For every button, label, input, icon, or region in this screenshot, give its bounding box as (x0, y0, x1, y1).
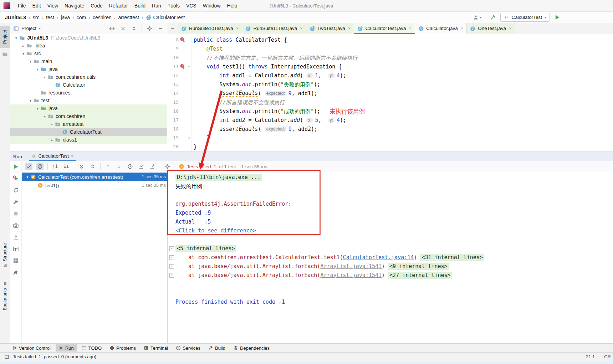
gear-button[interactable] (164, 163, 171, 170)
menu-item-edit[interactable]: Edit (29, 0, 44, 11)
expand-all-button[interactable] (119, 25, 127, 32)
check-button[interactable] (25, 163, 32, 170)
code-line[interactable]: 9 @Test (167, 44, 613, 53)
tree-item-junit5l3[interactable]: ▾JUnit5L3F:\JavaCode\JUnit5L3 (10, 34, 167, 42)
tree-expander-icon[interactable]: ▾ (27, 99, 34, 103)
tree-item-test[interactable]: ▾test (10, 97, 167, 104)
sort-az-button[interactable]: az (52, 163, 59, 170)
rerun-failed-button[interactable] (12, 175, 20, 182)
hide-icon[interactable] (170, 26, 175, 31)
breadcrumb-item[interactable]: test (46, 15, 54, 20)
console-link[interactable]: <Click to see difference> (175, 227, 256, 234)
console-link[interactable]: ArrayList.java:1541 (320, 263, 382, 270)
clock-button[interactable] (127, 163, 134, 170)
code-line[interactable]: 15 //断言错误后不会继续执行 (167, 98, 613, 107)
menu-item-build[interactable]: Build (131, 0, 149, 11)
play-button[interactable] (12, 163, 20, 170)
code-line[interactable]: 18 assertEquals( expected:9, add2); (167, 124, 613, 133)
tree-item-com-ceshiren-utils[interactable]: ▾com.ceshiren.utils (10, 73, 167, 81)
locate-button[interactable] (108, 25, 116, 32)
run-test-gutter[interactable] (179, 64, 187, 69)
close-icon[interactable]: × (509, 26, 512, 31)
tree-item-calculator[interactable]: CCalculator (10, 81, 167, 89)
tree-item-arresttest[interactable]: ▾arresttest (10, 120, 167, 128)
test-result-row[interactable]: test1()1 sec 35 ms (22, 181, 167, 190)
code-editor[interactable]: 8public class CalculatorTest {9 @Test10 … (167, 34, 613, 152)
minus-button[interactable] (157, 25, 164, 32)
code-line[interactable]: 11 void test1() throws InterruptedExcept… (167, 62, 613, 71)
breadcrumb-item[interactable]: arresttest (118, 15, 139, 20)
fold-expand-icon[interactable]: + (169, 246, 174, 251)
fold-expand-icon[interactable]: + (169, 255, 174, 260)
menu-item-view[interactable]: View (44, 0, 61, 11)
tool-window-button-run[interactable]: Run (56, 344, 77, 352)
tree-item-resources[interactable]: resources (10, 89, 167, 97)
build-hammer-icon[interactable] (490, 15, 496, 20)
chevron-down-icon[interactable]: ▾ (39, 26, 41, 30)
tree-item-java[interactable]: ▾java (10, 65, 167, 73)
tree-item-class1[interactable]: ▸class1 (10, 136, 167, 144)
tree-item-java[interactable]: ▾java (10, 104, 167, 112)
tree-expander-icon[interactable]: ▾ (42, 114, 48, 118)
test-result-row[interactable]: ▾CalculatorTest (com.ceshiren.arresttest… (22, 173, 167, 181)
fold-expand-icon[interactable]: + (169, 264, 174, 269)
run-configuration-select[interactable]: CalculatorTest ▾ (500, 13, 550, 22)
tool-window-button-todo[interactable]: TODO (79, 344, 104, 352)
close-icon[interactable]: × (409, 26, 412, 31)
expand-all-button[interactable] (78, 163, 85, 170)
sort-groups-button[interactable] (63, 163, 70, 170)
refresh-button[interactable] (12, 186, 20, 194)
editor-tab-calculator-java[interactable]: CCalculator.java× (415, 23, 467, 34)
fold-open-icon[interactable] (187, 62, 192, 71)
menu-item-help[interactable]: Help (224, 0, 241, 11)
code-line[interactable]: 13 System.out.println("失败的用例"); (167, 80, 613, 89)
stripe-button-bookmarks[interactable]: Bookmarks (0, 282, 10, 319)
menu-item-refactor[interactable]: Refactor (106, 0, 131, 11)
tool-window-button-version-control[interactable]: Version Control (9, 344, 53, 352)
run-button[interactable] (554, 14, 560, 20)
circle-slash-button[interactable] (36, 163, 44, 170)
close-icon[interactable]: × (236, 26, 239, 31)
editor-tab-calculatortest-java[interactable]: CCalculatorTest.java× (354, 23, 415, 34)
breadcrumb-item[interactable]: com (77, 15, 86, 20)
menu-item-code[interactable]: Code (87, 0, 106, 11)
export-button[interactable] (149, 163, 156, 170)
close-icon[interactable]: × (71, 153, 74, 159)
collapse-all-button[interactable] (131, 25, 138, 32)
tree-expander-icon[interactable]: ▾ (25, 175, 30, 179)
close-icon[interactable]: × (348, 26, 351, 31)
wrench-button[interactable] (12, 198, 20, 205)
breadcrumb-item[interactable]: java (61, 15, 70, 20)
import-button[interactable] (138, 163, 145, 170)
stripe-button-folder[interactable] (0, 51, 10, 60)
console-link[interactable]: CalculatorTest.java:14 (343, 254, 414, 261)
breadcrumb-item[interactable]: ceshiren (93, 15, 112, 20)
run-tab[interactable]: CalculatorTest × (29, 152, 76, 161)
run-console[interactable]: D:\jdk-11\bin\java.exe ...失败的用例org.opent… (168, 172, 613, 344)
menu-item-run[interactable]: Run (149, 0, 164, 11)
code-line[interactable]: 8public class CalculatorTest { (167, 35, 613, 44)
tree-expander-icon[interactable]: ▾ (20, 52, 26, 56)
editor-tab-onetest-java[interactable]: COneTest.java× (467, 23, 515, 34)
gear-button[interactable] (146, 25, 153, 32)
code-line[interactable]: 14 assertEquals( expected:9, add1); (167, 89, 613, 98)
arrow-down-button[interactable] (116, 163, 123, 170)
upload-button[interactable] (12, 234, 20, 241)
breadcrumb-item[interactable]: JUnit5L3 (5, 15, 26, 20)
run-test-gutter[interactable] (179, 37, 187, 42)
tool-window-button-build[interactable]: Build (205, 344, 228, 352)
tree-expander-icon[interactable]: ▾ (13, 36, 19, 40)
code-line[interactable]: 10 //不推荐的断言方是，一旦断言失败，后续的断言不会继续执行 (167, 53, 613, 62)
camera-button[interactable] (12, 222, 20, 229)
fold-expand-icon[interactable]: + (169, 273, 174, 278)
fold-close-icon[interactable] (187, 133, 192, 142)
code-line[interactable]: 17 int add2 = Calculator.add( x:5, y:4); (167, 116, 613, 124)
tree-item-calculatortest[interactable]: CCalculatorTest (10, 128, 167, 136)
code-line[interactable]: 20} (167, 142, 613, 151)
stripe-button-structure[interactable]: Structure (0, 243, 10, 275)
tree-expander-icon[interactable]: ▾ (35, 67, 41, 71)
close-icon[interactable]: × (300, 26, 303, 31)
pin-button[interactable] (12, 269, 20, 276)
console-link[interactable]: ArrayList.java:1541 (320, 272, 382, 278)
code-line[interactable]: 19 } (167, 133, 613, 142)
